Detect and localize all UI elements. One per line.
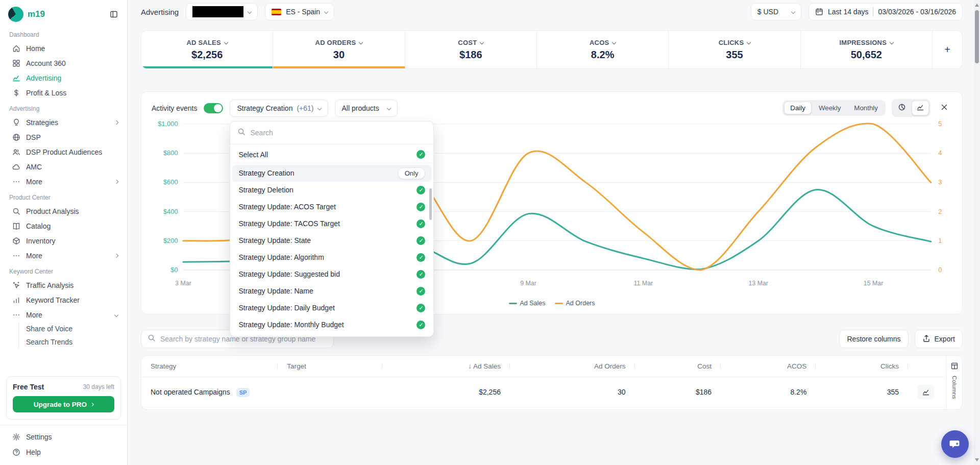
dropdown-item-strategy-update-state[interactable]: Strategy Update: State✓ bbox=[232, 232, 431, 249]
chevron-down-icon bbox=[324, 10, 328, 14]
sidebar-item-product-analysis[interactable]: Product Analysis bbox=[5, 204, 122, 218]
pie-chart-tab[interactable] bbox=[893, 101, 911, 115]
metric-clicks[interactable]: CLICKS355 bbox=[669, 31, 800, 68]
column-header-clicks[interactable]: Clicks bbox=[816, 356, 908, 377]
columns-panel-tab[interactable]: Columns bbox=[946, 356, 962, 409]
line-chart-icon bbox=[916, 103, 924, 113]
sidebar-item-more[interactable]: More bbox=[5, 307, 122, 322]
sidebar-item-help[interactable]: Help bbox=[5, 445, 122, 460]
sidebar-item-inventory[interactable]: Inventory bbox=[5, 233, 122, 248]
sidebar-item-label: Account 360 bbox=[26, 59, 118, 67]
dropdown-item-select-all[interactable]: Select All✓ bbox=[232, 146, 431, 163]
dropdown-search[interactable] bbox=[230, 121, 433, 144]
granularity-tab-weekly[interactable]: Weekly bbox=[813, 102, 847, 114]
search-icon bbox=[237, 128, 246, 138]
scrollbar-thumb[interactable] bbox=[975, 10, 979, 63]
dropdown-item-strategy-update-monthly-budget[interactable]: Strategy Update: Monthly Budget✓ bbox=[232, 316, 431, 333]
chevron-right-icon bbox=[114, 253, 118, 257]
dropdown-item-strategy-update-algorithm[interactable]: Strategy Update: Algorithm✓ bbox=[232, 249, 431, 266]
dropdown-item-strategy-update-tacos-target[interactable]: Strategy Update: TACOS Target✓ bbox=[232, 215, 431, 232]
date-range-picker[interactable]: Last 14 days 03/03/2026 - 03/16/2026 bbox=[808, 3, 963, 20]
pie-chart-icon bbox=[898, 103, 906, 113]
restore-columns-button[interactable]: Restore columns bbox=[839, 330, 908, 348]
metric-acos[interactable]: ACOS8.2% bbox=[537, 31, 669, 68]
page-scrollbar[interactable] bbox=[974, 0, 980, 465]
dropdown-scrollbar-thumb[interactable] bbox=[429, 188, 432, 220]
metric-cost[interactable]: COST$186 bbox=[405, 31, 537, 68]
sidebar-item-dsp-product-audiences[interactable]: DSP Product Audiences bbox=[5, 144, 122, 159]
granularity-tabs: DailyWeeklyMonthly bbox=[782, 100, 886, 116]
svg-text:$800: $800 bbox=[163, 150, 178, 157]
app-logo[interactable]: m19 bbox=[8, 7, 45, 22]
dropdown-item-strategy-update-acos-target[interactable]: Strategy Update: ACOS Target✓ bbox=[232, 199, 431, 215]
upgrade-button[interactable]: Upgrade to PRO bbox=[13, 396, 114, 412]
sidebar-item-account-360[interactable]: Account 360 bbox=[5, 56, 122, 70]
marketplace-selector[interactable]: ES - Spain bbox=[265, 3, 334, 20]
activity-events-toggle[interactable] bbox=[204, 103, 223, 113]
scrollbar-down-arrow[interactable] bbox=[975, 458, 979, 461]
dropdown-item-strategy-update-name[interactable]: Strategy Update: Name✓ bbox=[232, 283, 431, 300]
event-filter-dropdown[interactable]: Strategy Creation (+61) bbox=[230, 100, 328, 117]
event-filter-count: (+61) bbox=[297, 104, 313, 112]
sidebar-item-home[interactable]: Home bbox=[5, 41, 122, 56]
chat-launcher-button[interactable] bbox=[941, 430, 969, 458]
metric-impressions[interactable]: IMPRESSIONS50,652 bbox=[801, 31, 933, 68]
column-header-ad-orders[interactable]: Ad Orders bbox=[510, 356, 635, 377]
search-icon bbox=[12, 207, 21, 215]
metric-ad-orders[interactable]: AD ORDERS30 bbox=[273, 31, 405, 68]
sidebar-item-more[interactable]: More bbox=[5, 174, 122, 189]
column-header-acos[interactable]: ACOS bbox=[721, 356, 816, 377]
column-header-strategy[interactable]: Strategy bbox=[141, 356, 278, 377]
sidebar-item-keyword-tracker[interactable]: Keyword Tracker bbox=[5, 292, 122, 307]
only-button[interactable]: Only bbox=[398, 167, 426, 179]
scrollbar-up-arrow[interactable] bbox=[975, 4, 979, 7]
dropdown-item-strategy-deletion[interactable]: Strategy Deletion✓ bbox=[232, 182, 431, 199]
check-icon: ✓ bbox=[416, 219, 425, 228]
table-row[interactable]: Not operated CampaignsSP$2,25630$1868.2%… bbox=[141, 377, 944, 407]
sidebar-item-advertising[interactable]: Advertising bbox=[5, 70, 122, 85]
dropdown-item-strategy-update-suggested-bid[interactable]: Strategy Update: Suggested bid✓ bbox=[232, 266, 431, 283]
close-chart-button[interactable] bbox=[937, 101, 952, 116]
sidebar-subitem-share-of-voice[interactable]: Share of Voice bbox=[26, 322, 122, 335]
strategies-table-card: StrategyTarget↓ Ad SalesAd OrdersCostACO… bbox=[141, 355, 963, 410]
chevron-down-icon bbox=[747, 40, 751, 44]
sidebar-item-amc[interactable]: AMC bbox=[5, 159, 122, 174]
add-metric-button[interactable]: + bbox=[933, 31, 962, 68]
granularity-tab-monthly[interactable]: Monthly bbox=[848, 102, 884, 114]
sidebar-subitem-search-trends[interactable]: Search Trends bbox=[26, 335, 122, 349]
dropdown-search-input[interactable] bbox=[250, 129, 426, 137]
plan-title: Free Test bbox=[13, 383, 44, 391]
metric-ad-sales[interactable]: AD SALES$2,256 bbox=[141, 31, 273, 68]
export-button[interactable]: Export bbox=[915, 330, 963, 348]
check-icon: ✓ bbox=[416, 236, 425, 245]
sidebar-item-traffic-analysis[interactable]: Traffic Analysis bbox=[5, 278, 122, 292]
currency-selector[interactable]: $ USD bbox=[751, 3, 801, 20]
column-header-target[interactable]: Target bbox=[278, 356, 382, 377]
sidebar-item-label: AMC bbox=[26, 163, 118, 171]
product-filter-dropdown[interactable]: All products bbox=[335, 100, 398, 117]
metric-value: 30 bbox=[333, 49, 345, 61]
sidebar-item-label: Settings bbox=[26, 433, 118, 441]
metric-value: 355 bbox=[726, 49, 743, 61]
column-header-ad-sales[interactable]: ↓ Ad Sales bbox=[382, 356, 510, 377]
plan-days-left: 30 days left bbox=[83, 383, 114, 390]
sidebar-item-profit-loss[interactable]: Profit & Loss bbox=[5, 85, 122, 100]
row-chart-button[interactable] bbox=[917, 384, 935, 400]
granularity-tab-daily[interactable]: Daily bbox=[784, 102, 812, 114]
sidebar-item-catalog[interactable]: Catalog bbox=[5, 218, 122, 233]
sidebar-item-label: Traffic Analysis bbox=[26, 281, 118, 289]
column-header-cost[interactable]: Cost bbox=[635, 356, 721, 377]
chart-type-tabs bbox=[892, 99, 930, 117]
sidebar-item-strategies[interactable]: Strategies bbox=[5, 115, 122, 130]
dropdown-item-strategy-update-daily-budget[interactable]: Strategy Update: Daily Budget✓ bbox=[232, 300, 431, 316]
sidebar-item-dsp[interactable]: DSP bbox=[5, 130, 122, 144]
sidebar-collapse-icon[interactable] bbox=[110, 10, 118, 18]
sidebar-item-label: Home bbox=[26, 44, 118, 53]
activity-events-label: Activity events bbox=[152, 104, 197, 112]
dropdown-item-strategy-creation[interactable]: Strategy CreationOnly bbox=[232, 165, 431, 182]
line-chart-tab[interactable] bbox=[912, 101, 929, 115]
sidebar-item-settings[interactable]: Settings bbox=[5, 429, 122, 445]
account-selector[interactable] bbox=[186, 3, 258, 20]
sidebar-item-more[interactable]: More bbox=[5, 248, 122, 263]
date-range-label: 03/03/2026 - 03/16/2026 bbox=[878, 8, 956, 16]
